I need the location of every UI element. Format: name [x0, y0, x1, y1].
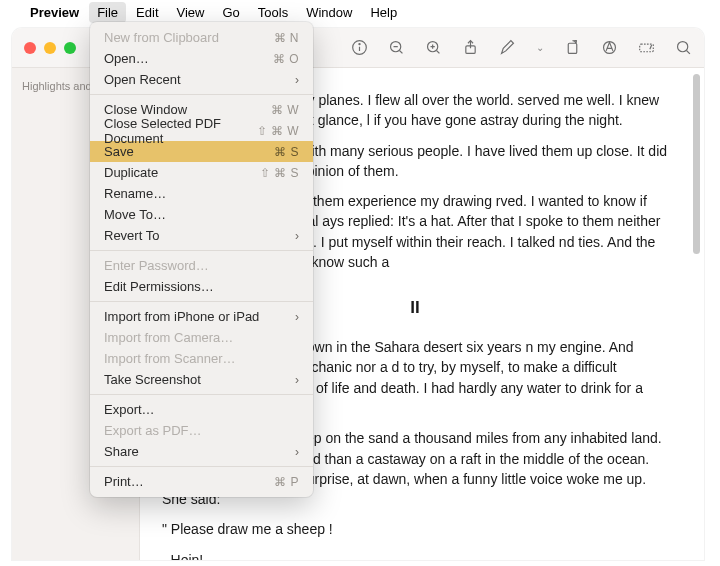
- zoom-window-button[interactable]: [64, 42, 76, 54]
- toolbar-right: ⌄: [351, 39, 692, 56]
- file-menu-dropdown: New from Clipboard⌘ N Open…⌘ O Open Rece…: [90, 22, 313, 497]
- chevron-right-icon: ›: [295, 373, 299, 387]
- markup-pencil-icon[interactable]: [499, 39, 516, 56]
- menu-item-duplicate[interactable]: Duplicate⇧ ⌘ S: [90, 162, 313, 183]
- menu-go[interactable]: Go: [222, 5, 239, 20]
- menu-item-print[interactable]: Print…⌘ P: [90, 471, 313, 492]
- menu-item-close-selected-pdf[interactable]: Close Selected PDF Document⇧ ⌘ W: [90, 120, 313, 141]
- menu-item-share[interactable]: Share›: [90, 441, 313, 462]
- menu-help[interactable]: Help: [370, 5, 397, 20]
- menu-window[interactable]: Window: [306, 5, 352, 20]
- chevron-right-icon: ›: [295, 229, 299, 243]
- menu-item-new-from-clipboard: New from Clipboard⌘ N: [90, 27, 313, 48]
- menubar: Preview File Edit View Go Tools Window H…: [0, 0, 720, 24]
- window-controls: [24, 42, 76, 54]
- vertical-scrollbar[interactable]: [693, 74, 700, 254]
- menu-item-edit-permissions[interactable]: Edit Permissions…: [90, 276, 313, 297]
- chevron-right-icon: ›: [295, 73, 299, 87]
- body-text: " Please draw me a sheep !: [162, 519, 668, 539]
- menu-item-open[interactable]: Open…⌘ O: [90, 48, 313, 69]
- rotate-icon[interactable]: [564, 39, 581, 56]
- menu-item-import-camera: Import from Camera…: [90, 327, 313, 348]
- minimize-window-button[interactable]: [44, 42, 56, 54]
- menu-item-save[interactable]: Save⌘ S: [90, 141, 313, 162]
- menu-file[interactable]: File: [89, 2, 126, 23]
- chevron-right-icon: ›: [295, 445, 299, 459]
- chevron-right-icon: ›: [295, 310, 299, 324]
- menu-item-rename[interactable]: Rename…: [90, 183, 313, 204]
- svg-line-4: [399, 50, 402, 53]
- zoom-in-icon[interactable]: [425, 39, 442, 56]
- svg-line-7: [436, 50, 439, 53]
- menu-item-import-iphone[interactable]: Import from iPhone or iPad›: [90, 306, 313, 327]
- menu-item-move-to[interactable]: Move To…: [90, 204, 313, 225]
- svg-point-2: [359, 44, 360, 45]
- svg-point-15: [678, 42, 688, 52]
- info-icon[interactable]: [351, 39, 368, 56]
- menu-item-import-scanner: Import from Scanner…: [90, 348, 313, 369]
- menu-item-open-recent[interactable]: Open Recent›: [90, 69, 313, 90]
- menu-edit[interactable]: Edit: [136, 5, 158, 20]
- markup-menu-chevron-icon[interactable]: ⌄: [536, 42, 544, 53]
- app-name[interactable]: Preview: [30, 5, 79, 20]
- menu-item-enter-password: Enter Password…: [90, 255, 313, 276]
- menu-item-export-as-pdf: Export as PDF…: [90, 420, 313, 441]
- form-fill-icon[interactable]: [638, 39, 655, 56]
- body-text: - Hein!: [162, 550, 668, 560]
- search-icon[interactable]: [675, 39, 692, 56]
- menu-tools[interactable]: Tools: [258, 5, 288, 20]
- menu-view[interactable]: View: [177, 5, 205, 20]
- menu-item-take-screenshot[interactable]: Take Screenshot›: [90, 369, 313, 390]
- menu-item-revert-to[interactable]: Revert To›: [90, 225, 313, 246]
- highlight-icon[interactable]: [601, 39, 618, 56]
- menu-item-export[interactable]: Export…: [90, 399, 313, 420]
- svg-line-16: [686, 50, 689, 53]
- svg-rect-12: [568, 43, 577, 53]
- close-window-button[interactable]: [24, 42, 36, 54]
- share-icon[interactable]: [462, 39, 479, 56]
- zoom-out-icon[interactable]: [388, 39, 405, 56]
